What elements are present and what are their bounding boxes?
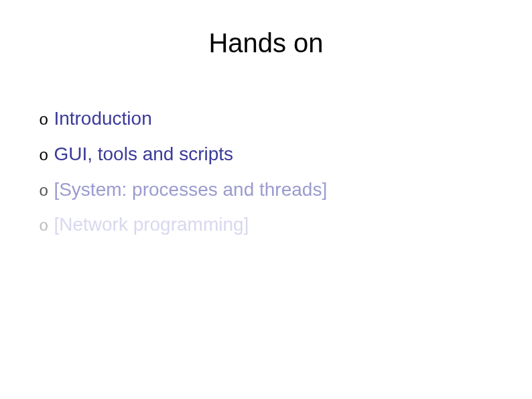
bullet-list: o Introduction o GUI, tools and scripts …: [39, 107, 481, 249]
list-item: o GUI, tools and scripts: [39, 143, 481, 166]
slide-title: Hands on: [0, 28, 532, 58]
bullet-icon: o: [39, 147, 48, 166]
list-item: o [System: processes and threads]: [39, 178, 481, 202]
bullet-icon: o: [39, 182, 48, 202]
bullet-icon: o: [39, 217, 48, 237]
slide: Hands on o Introduction o GUI, tools and…: [0, 0, 532, 399]
list-item: o Introduction: [39, 107, 481, 131]
bullet-icon: o: [39, 111, 48, 131]
list-item-label: Introduction: [54, 107, 151, 130]
list-item: o [Network programming]: [39, 213, 481, 237]
list-item-label: [System: processes and threads]: [54, 178, 327, 201]
list-item-label: GUI, tools and scripts: [54, 143, 233, 166]
list-item-label: [Network programming]: [54, 213, 249, 236]
